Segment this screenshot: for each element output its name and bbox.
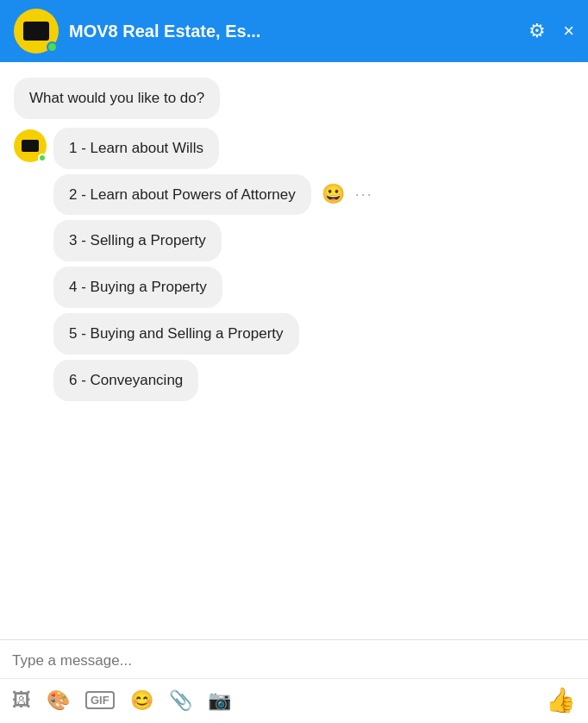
brand-icon — [23, 22, 49, 41]
online-indicator — [47, 41, 58, 53]
attachment-icon[interactable]: 📎 — [169, 689, 192, 712]
header-avatar — [14, 9, 59, 53]
image-icon[interactable]: 🖼 — [12, 689, 31, 712]
header-title: MOV8 Real Estate, Es... — [69, 22, 529, 41]
more-options-icon[interactable]: ··· — [355, 185, 373, 204]
list-item[interactable]: 4 - Buying a Property — [53, 267, 222, 308]
chat-header: MOV8 Real Estate, Es... ⚙ × — [0, 0, 588, 62]
options-list: 1 - Learn about Wills 2 - Learn about Po… — [53, 128, 574, 401]
sticker-icon[interactable]: 🎨 — [47, 689, 70, 712]
like-button[interactable]: 👍 — [546, 686, 576, 714]
settings-icon[interactable]: ⚙ — [529, 20, 546, 42]
bot-avatar — [14, 129, 47, 162]
emoji-icon[interactable]: 😀 — [322, 183, 345, 205]
list-item[interactable]: 3 - Selling a Property — [53, 220, 222, 261]
bot-brand-icon — [22, 140, 39, 152]
option2-row: 2 - Learn about Powers of Attorney 😀 ··· — [53, 174, 574, 216]
prompt-row: What would you like to do? — [14, 78, 574, 119]
input-bar — [0, 639, 588, 678]
toolbar: 🖼 🎨 GIF 😊 📎 📷 👍 — [0, 678, 588, 723]
emoji-toolbar-icon[interactable]: 😊 — [130, 689, 153, 712]
list-item[interactable]: 6 - Conveyancing — [53, 360, 198, 401]
list-item[interactable]: 1 - Learn about Wills — [53, 128, 219, 169]
camera-icon[interactable]: 📷 — [208, 689, 231, 712]
prompt-bubble: What would you like to do? — [14, 78, 220, 119]
list-item[interactable]: 2 - Learn about Powers of Attorney — [53, 174, 311, 216]
gif-button[interactable]: GIF — [85, 691, 115, 709]
bot-online-indicator — [38, 154, 47, 162]
header-actions: ⚙ × — [529, 20, 574, 42]
options-section: 1 - Learn about Wills 2 - Learn about Po… — [14, 128, 574, 401]
close-icon[interactable]: × — [563, 20, 574, 42]
message-input[interactable] — [12, 647, 576, 675]
prompt-messages: What would you like to do? — [14, 78, 574, 119]
chat-body: What would you like to do? 1 - Learn abo… — [0, 62, 588, 639]
list-item[interactable]: 5 - Buying and Selling a Property — [53, 313, 299, 355]
